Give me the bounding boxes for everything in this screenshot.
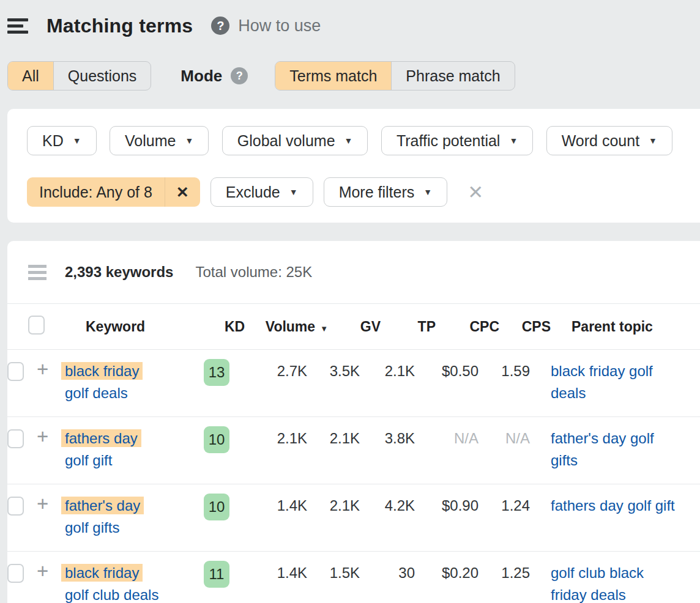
volume-value: 1.4K [236, 562, 307, 584]
add-to-list-icon[interactable]: + [35, 562, 62, 580]
column-header-gv[interactable]: GV [328, 319, 381, 335]
keyword-cell: fathers daygolf gift [62, 427, 204, 472]
mode-help-icon[interactable]: ? [231, 67, 248, 84]
total-volume: Total volume: 25K [195, 264, 312, 281]
kd-badge: 10 [204, 426, 229, 453]
chevron-down-icon: ▼ [649, 136, 657, 146]
column-header-parent-topic[interactable]: Parent topic [551, 319, 700, 335]
tab-all[interactable]: All [8, 62, 53, 90]
chevron-down-icon: ▼ [509, 136, 518, 146]
parent-topic-cell: father's day golf gifts [530, 427, 700, 472]
gv-value: 1.5K [307, 562, 360, 584]
parent-topic-cell: golf club black friday deals [530, 562, 700, 603]
filter-traffic-potential-dropdown[interactable]: Traffic potential ▼ [381, 126, 533, 155]
keyword-cell: black fridaygolf deals [62, 360, 204, 404]
chevron-down-icon: ▼ [344, 136, 353, 146]
add-to-list-icon[interactable]: + [35, 427, 62, 446]
keyword-cell: black fridaygolf club deals [62, 562, 204, 603]
match-mode-segmented-control: Terms match Phrase match [275, 61, 515, 91]
row-checkbox[interactable] [7, 497, 24, 516]
chevron-down-icon: ▼ [185, 136, 193, 146]
result-type-segmented-control: All Questions [7, 61, 151, 91]
column-header-volume[interactable]: Volume▼ [257, 319, 328, 335]
help-question-icon[interactable]: ? [211, 17, 229, 35]
include-filter-pill: Include: Any of 8 ✕ [27, 177, 200, 207]
table-row: + father's daygolf gifts 10 1.4K 2.1K 4.… [7, 484, 700, 552]
keyword-link[interactable]: father's daygolf gifts [65, 497, 144, 536]
row-checkbox[interactable] [7, 564, 24, 583]
tp-value: 30 [360, 562, 415, 584]
keyword-link[interactable]: black fridaygolf deals [65, 363, 143, 401]
filter-exclude-dropdown[interactable]: Exclude ▼ [210, 177, 313, 207]
table-row: + black fridaygolf deals 13 2.7K 3.5K 2.… [7, 350, 700, 417]
cpc-value: $0.50 [415, 360, 478, 382]
filter-volume-dropdown[interactable]: Volume ▼ [110, 126, 209, 155]
gv-value: 3.5K [307, 360, 360, 382]
volume-value: 1.4K [236, 495, 307, 517]
chevron-down-icon: ▼ [73, 136, 81, 146]
add-to-list-icon[interactable]: + [35, 360, 62, 379]
table-options-icon[interactable] [28, 262, 47, 283]
table-toolbar: 2,393 keywords Total volume: 25K [7, 241, 700, 304]
filter-word-count-dropdown[interactable]: Word count ▼ [546, 126, 672, 155]
filter-kd-dropdown[interactable]: KD ▼ [27, 126, 97, 155]
row-checkbox[interactable] [7, 429, 24, 448]
table-header-row: Keyword KD Volume▼ GV TP CPC CPS Parent … [7, 304, 700, 350]
filter-more-filters-dropdown[interactable]: More filters ▼ [324, 177, 448, 207]
tp-value: 2.1K [360, 360, 415, 382]
column-header-cps[interactable]: CPS [499, 319, 551, 335]
gv-value: 2.1K [307, 427, 360, 449]
results-table-panel: 2,393 keywords Total volume: 25K Keyword… [7, 241, 700, 603]
tab-questions[interactable]: Questions [53, 62, 151, 90]
column-header-tp[interactable]: TP [381, 319, 436, 335]
parent-topic-link[interactable]: black friday golf deals [551, 360, 676, 404]
parent-topic-link[interactable]: golf club black friday deals [551, 562, 676, 603]
cps-value: 1.59 [478, 360, 530, 382]
kd-badge: 10 [204, 494, 229, 520]
column-header-keyword[interactable]: Keyword [83, 319, 225, 335]
cpc-value: $0.20 [415, 562, 478, 584]
kd-badge: 13 [204, 359, 229, 386]
parent-topic-link[interactable]: fathers day golf gift [551, 495, 675, 517]
parent-topic-cell: black friday golf deals [530, 360, 700, 404]
parent-topic-cell: fathers day golf gift [530, 495, 700, 517]
filter-global-volume-dropdown[interactable]: Global volume ▼ [222, 126, 368, 155]
table-row: + black fridaygolf club deals 11 1.4K 1.… [7, 552, 700, 603]
column-header-kd[interactable]: KD [225, 319, 257, 335]
select-all-checkbox[interactable] [28, 316, 45, 335]
volume-value: 2.1K [236, 427, 307, 449]
cps-value: 1.24 [478, 495, 530, 517]
tab-phrase-match[interactable]: Phrase match [391, 62, 514, 90]
chevron-down-icon: ▼ [289, 187, 298, 197]
how-to-use-link[interactable]: How to use [238, 17, 321, 35]
filters-panel: KD ▼ Volume ▼ Global volume ▼ Traffic po… [7, 109, 700, 223]
keyword-cell: father's daygolf gifts [62, 495, 204, 539]
sort-desc-icon: ▼ [320, 324, 328, 333]
chevron-down-icon: ▼ [423, 187, 432, 197]
tp-value: 3.8K [360, 427, 415, 449]
tp-value: 4.2K [360, 495, 415, 517]
report-header: Matching terms ? How to use All Question… [0, 0, 700, 91]
cps-value: 1.25 [478, 562, 530, 584]
include-filter-remove-icon[interactable]: ✕ [165, 177, 200, 207]
parent-topic-link[interactable]: father's day golf gifts [551, 427, 676, 472]
row-checkbox[interactable] [7, 362, 24, 381]
gv-value: 2.1K [307, 495, 360, 517]
table-row: + fathers daygolf gift 10 2.1K 2.1K 3.8K… [7, 417, 700, 484]
column-header-cpc[interactable]: CPC [436, 319, 499, 335]
cps-value: N/A [478, 427, 530, 449]
kd-badge: 11 [204, 561, 229, 588]
include-filter-label[interactable]: Include: Any of 8 [27, 177, 165, 207]
add-to-list-icon[interactable]: + [35, 495, 62, 513]
keyword-link[interactable]: black fridaygolf club deals [65, 564, 158, 603]
keywords-count: 2,393 keywords [65, 264, 173, 281]
clear-all-filters-icon[interactable]: ✕ [467, 183, 483, 202]
matching-terms-report: Matching terms ? How to use All Question… [0, 0, 700, 603]
mode-label: Mode [181, 67, 222, 86]
tab-terms-match[interactable]: Terms match [275, 62, 391, 90]
cpc-value: N/A [415, 427, 478, 449]
cpc-value: $0.90 [415, 495, 478, 517]
reports-menu-icon[interactable] [7, 15, 28, 37]
volume-value: 2.7K [236, 360, 307, 382]
keyword-link[interactable]: fathers daygolf gift [65, 430, 141, 468]
